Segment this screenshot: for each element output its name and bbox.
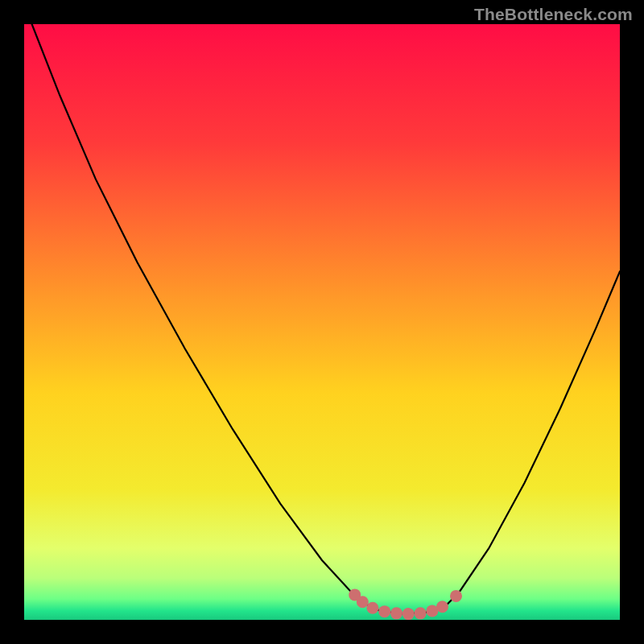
chart-svg xyxy=(24,24,620,620)
watermark-text: TheBottleneck.com xyxy=(474,5,633,24)
marker-dot xyxy=(378,605,390,617)
marker-dot xyxy=(390,607,402,619)
marker-dot xyxy=(436,601,448,613)
plot-area xyxy=(24,24,620,620)
marker-dot xyxy=(402,608,415,620)
gradient-background xyxy=(24,24,620,620)
marker-dot xyxy=(415,607,427,619)
marker-dot xyxy=(366,602,378,614)
chart-frame: TheBottleneck.com xyxy=(0,0,644,644)
marker-dot xyxy=(450,590,462,602)
marker-dot xyxy=(357,596,369,608)
